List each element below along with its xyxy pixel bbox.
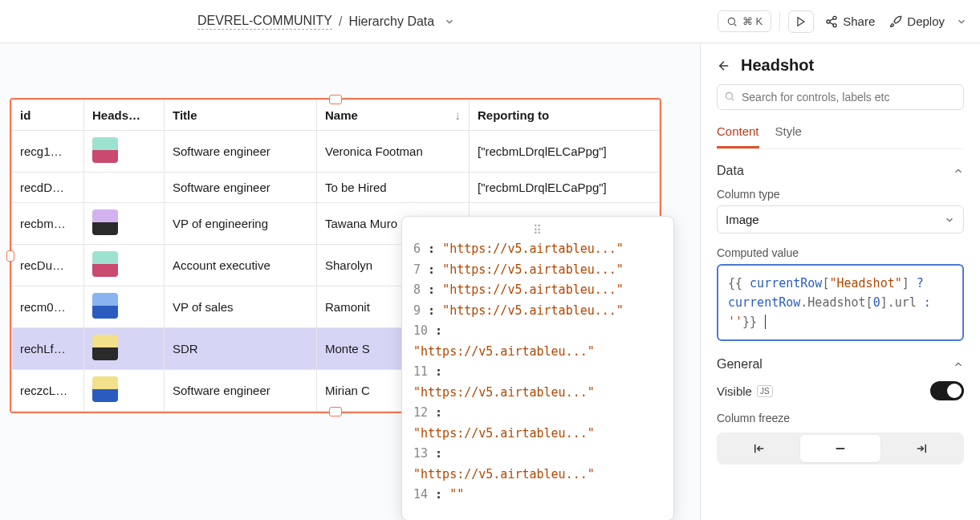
back-button[interactable] [717,59,731,73]
cell-headshot [84,370,165,412]
code-line: 12 : "https://v5.airtableu..." [413,403,662,444]
cell-name: To be Hired [317,173,470,203]
svg-line-10 [732,99,734,101]
share-icon [825,15,838,28]
cell-id: rechLf… [12,328,84,370]
cell-id: reczcL… [12,370,84,412]
tab-style[interactable]: Style [775,120,802,148]
svg-line-7 [830,18,834,21]
section-data-heading: Data [717,164,744,178]
inspector-sidebar: Headshot Content Style Data Column type … [701,43,980,520]
cell-title: VP of sales [165,286,317,328]
svg-line-6 [830,22,834,25]
cell-name: Veronica Footman [317,131,470,173]
search-icon [724,91,735,102]
collapse-icon[interactable] [953,359,964,370]
table-row[interactable]: recg1…Software engineerVeronica Footman[… [12,131,660,173]
deploy-chevron-icon[interactable] [956,16,967,27]
share-button[interactable]: Share [822,14,878,28]
rocket-icon [889,15,902,28]
cell-headshot [84,245,165,286]
code-line: 6 : "https://v5.airtableu..." [413,239,662,260]
col-headshot[interactable]: Heads… [84,100,165,131]
cell-title: SDR [165,328,317,370]
search-icon [726,16,738,27]
code-line: 8 : "https://v5.airtableu..." [413,280,662,301]
svg-point-3 [833,16,836,19]
deploy-button[interactable]: Deploy [886,14,948,28]
cell-title: Account executive [165,245,317,286]
visible-label: Visible [717,384,752,398]
col-reporting[interactable]: Reporting to [470,100,660,131]
col-id[interactable]: id [12,100,84,131]
separator [779,12,780,31]
cell-headshot [84,203,165,245]
breadcrumb-page[interactable]: Hierarchy Data [348,14,434,29]
avatar [92,209,118,235]
col-title[interactable]: Title [165,100,317,131]
avatar [92,335,118,360]
resize-handle-left[interactable] [6,250,14,262]
cell-reporting: ["recbmLDrqlELCaPpg"] [470,173,660,203]
tab-content[interactable]: Content [717,120,759,148]
cell-id: recg1… [12,131,84,173]
svg-point-5 [833,23,836,26]
cell-headshot [84,131,165,173]
freeze-segmented [717,433,964,465]
svg-point-9 [726,92,732,99]
cell-headshot [84,173,165,203]
svg-point-4 [827,20,830,23]
cell-id: recDu… [12,245,84,286]
code-line: 9 : "https://v5.airtableu..." [413,301,662,322]
chevron-down-icon[interactable] [444,16,455,27]
code-line: 14 : "" [413,485,662,506]
js-badge: JS [757,385,773,397]
cell-title: Software engineer [165,173,317,203]
cell-title: Software engineer [165,131,317,173]
canvas[interactable]: id Heads… Title Name↓ Reporting to recg1… [0,43,701,520]
arrow-left-icon [717,59,731,73]
freeze-none-button[interactable] [800,435,881,462]
shortcut-text: ⌘ K [742,15,762,27]
code-line: 7 : "https://v5.airtableu..." [413,260,662,281]
avatar [92,251,118,277]
deploy-label: Deploy [907,14,945,28]
values-popup[interactable]: ⠿ 6 : "https://v5.airtableu..."7 : "http… [401,216,674,520]
col-name[interactable]: Name↓ [317,100,470,131]
controls-search-input[interactable] [717,84,964,110]
code-line: 13 : "https://v5.airtableu..." [413,444,662,485]
panel-title: Headshot [741,56,814,75]
avatar [92,137,118,163]
visible-toggle[interactable] [930,381,964,400]
column-type-label: Column type [717,188,964,201]
play-icon [795,16,807,27]
code-line: 11 : "https://v5.airtableu..." [413,362,662,403]
cell-title: VP of engineering [165,203,317,245]
breadcrumb: DEVREL-COMMUNITY / Hierarchy Data [197,14,455,30]
chevron-down-icon [944,214,955,225]
command-search-button[interactable]: ⌘ K [718,10,771,32]
drag-handle-icon[interactable]: ⠿ [533,223,543,238]
cell-id: recm0… [12,286,84,328]
svg-point-0 [728,18,734,24]
section-general-heading: General [717,357,762,372]
freeze-left-button[interactable] [719,435,800,462]
computed-value-label: Computed value [717,246,964,259]
cell-reporting: ["recbmLDrqlELCaPpg"] [470,131,660,173]
cell-id: recbm… [12,203,84,245]
freeze-right-button[interactable] [880,435,962,462]
sort-down-icon[interactable]: ↓ [455,108,462,122]
computed-value-input[interactable]: {{ currentRow["Headshot"] ? currentRow.H… [717,264,964,341]
avatar [92,376,118,402]
svg-line-1 [734,23,737,26]
breadcrumb-project[interactable]: DEVREL-COMMUNITY [197,14,332,30]
breadcrumb-separator: / [339,14,342,29]
cell-headshot [84,286,165,328]
preview-button[interactable] [788,10,814,33]
collapse-icon[interactable] [953,165,964,177]
avatar [92,293,118,319]
table-row[interactable]: recdD…Software engineerTo be Hired["recb… [12,173,660,203]
column-freeze-label: Column freeze [717,412,964,425]
cell-headshot [84,328,165,370]
column-type-select[interactable]: Image [717,205,964,234]
